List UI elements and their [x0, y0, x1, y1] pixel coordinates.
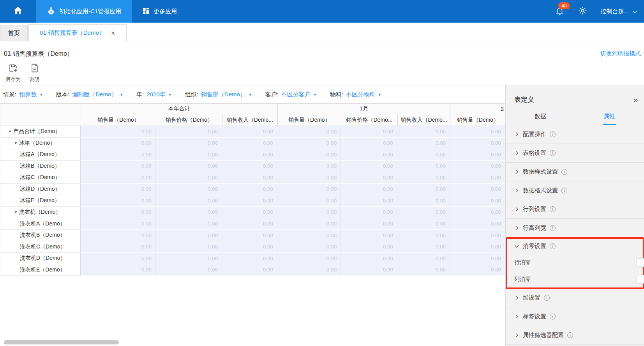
- data-cell[interactable]: 0.00: [222, 264, 277, 276]
- data-cell[interactable]: 0.00: [222, 138, 277, 149]
- data-cell[interactable]: 0.00: [341, 218, 397, 230]
- data-cell[interactable]: 0.00: [81, 126, 156, 138]
- data-cell[interactable]: 0.00: [450, 218, 505, 230]
- data-cell[interactable]: 0.00: [156, 241, 222, 253]
- row-header[interactable]: 洗衣机A（Demo）: [0, 218, 81, 230]
- notifications-button[interactable]: 40: [555, 6, 565, 16]
- data-cell[interactable]: 0.00: [81, 264, 156, 276]
- horizontal-scrollbar[interactable]: [4, 340, 119, 344]
- data-cell[interactable]: 0.00: [81, 207, 156, 218]
- data-cell[interactable]: 0.00: [277, 195, 341, 207]
- panel-section-1[interactable]: 表格设置i: [506, 144, 644, 163]
- data-cell[interactable]: 0.00: [222, 241, 277, 253]
- data-cell[interactable]: 0.00: [81, 241, 156, 253]
- data-cell[interactable]: 0.00: [156, 253, 222, 264]
- data-cell[interactable]: 0.00: [397, 184, 450, 195]
- data-cell[interactable]: 0.00: [450, 184, 505, 195]
- data-cell[interactable]: 0.00: [277, 149, 341, 161]
- data-cell[interactable]: 0.00: [277, 207, 341, 218]
- data-cell[interactable]: 0.00: [450, 207, 505, 218]
- data-cell[interactable]: 0.00: [341, 264, 397, 276]
- save-as-button[interactable]: 另存为: [5, 63, 21, 83]
- data-cell[interactable]: 0.00: [450, 264, 505, 276]
- data-cell[interactable]: 0.00: [81, 149, 156, 161]
- filter-dropdown-0[interactable]: 情景:预算数▼: [3, 91, 43, 98]
- data-cell[interactable]: 0.00: [222, 161, 277, 172]
- data-cell[interactable]: 0.00: [450, 230, 505, 241]
- data-cell[interactable]: 0.00: [222, 230, 277, 241]
- row-header[interactable]: 洗衣机E（Demo）: [0, 264, 81, 276]
- data-cell[interactable]: 0.00: [81, 230, 156, 241]
- data-cell[interactable]: 0.00: [397, 149, 450, 161]
- panel-tab-1[interactable]: 属性: [575, 105, 644, 125]
- description-button[interactable]: 说明: [29, 63, 39, 83]
- data-cell[interactable]: 0.00: [341, 126, 397, 138]
- filter-dropdown-1[interactable]: 版本:编制版（Demo）▼: [56, 91, 123, 98]
- filter-dropdown-3[interactable]: 组织:销售部（Demo）▼: [185, 91, 252, 98]
- row-header[interactable]: ▼产品合计（Demo）: [0, 126, 81, 138]
- data-cell[interactable]: 0.00: [222, 149, 277, 161]
- panel-section-8[interactable]: 标签设置i: [506, 307, 644, 326]
- data-cell[interactable]: 0.00: [450, 138, 505, 149]
- data-cell[interactable]: 0.00: [156, 207, 222, 218]
- data-cell[interactable]: 0.00: [341, 138, 397, 149]
- panel-section-4[interactable]: 行列设置i: [506, 200, 644, 219]
- data-cell[interactable]: 0.00: [222, 126, 277, 138]
- panel-section-3[interactable]: 数据格式设置i: [506, 181, 644, 200]
- data-cell[interactable]: 0.00: [156, 126, 222, 138]
- data-cell[interactable]: 0.00: [277, 218, 341, 230]
- data-cell[interactable]: 0.00: [397, 264, 450, 276]
- data-cell[interactable]: 0.00: [397, 230, 450, 241]
- row-header[interactable]: 冰箱B（Demo）: [0, 161, 81, 172]
- data-cell[interactable]: 0.00: [156, 230, 222, 241]
- data-cell[interactable]: 0.00: [341, 253, 397, 264]
- user-menu[interactable]: 控制台超...: [600, 8, 637, 15]
- data-cell[interactable]: 0.00: [341, 149, 397, 161]
- data-cell[interactable]: 0.00: [277, 253, 341, 264]
- data-cell[interactable]: 0.00: [277, 230, 341, 241]
- filter-dropdown-2[interactable]: 年:2020年▼: [136, 91, 171, 98]
- data-cell[interactable]: 0.00: [450, 241, 505, 253]
- data-cell[interactable]: 0.00: [277, 161, 341, 172]
- more-apps-button[interactable]: 更多应用: [132, 0, 187, 23]
- data-cell[interactable]: 0.00: [397, 172, 450, 184]
- row-header[interactable]: 洗衣机D（Demo）: [0, 253, 81, 264]
- settings-button[interactable]: [578, 6, 587, 17]
- data-cell[interactable]: 0.00: [450, 161, 505, 172]
- data-cell[interactable]: 0.00: [397, 161, 450, 172]
- data-cell[interactable]: 0.00: [156, 172, 222, 184]
- data-cell[interactable]: 0.00: [222, 218, 277, 230]
- data-cell[interactable]: 0.00: [397, 253, 450, 264]
- home-button[interactable]: [0, 0, 36, 23]
- data-cell[interactable]: 0.00: [222, 207, 277, 218]
- data-cell[interactable]: 0.00: [397, 126, 450, 138]
- panel-tab-0[interactable]: 数据: [506, 105, 575, 125]
- data-cell[interactable]: 0.00: [450, 195, 505, 207]
- data-cell[interactable]: 0.00: [397, 241, 450, 253]
- data-cell[interactable]: 0.00: [450, 149, 505, 161]
- data-cell[interactable]: 0.00: [81, 161, 156, 172]
- panel-section-9[interactable]: 属性筛选器配置i: [506, 326, 644, 345]
- row-header[interactable]: 洗衣机B（Demo）: [0, 230, 81, 241]
- data-cell[interactable]: 0.00: [341, 161, 397, 172]
- panel-section-7[interactable]: 维设置i: [506, 289, 644, 307]
- row-header[interactable]: 冰箱E（Demo）: [0, 195, 81, 207]
- tree-expand-icon[interactable]: ▼: [8, 130, 12, 133]
- data-cell[interactable]: 0.00: [81, 195, 156, 207]
- data-cell[interactable]: 0.00: [450, 172, 505, 184]
- switch-mode-link[interactable]: 切换到填报模式: [600, 50, 641, 57]
- tree-expand-icon[interactable]: ▼: [14, 210, 18, 214]
- data-cell[interactable]: 0.00: [156, 138, 222, 149]
- panel-section-2[interactable]: 数据样式设置i: [506, 163, 644, 181]
- data-cell[interactable]: 0.00: [222, 184, 277, 195]
- data-cell[interactable]: 0.00: [81, 184, 156, 195]
- data-cell[interactable]: 0.00: [81, 172, 156, 184]
- row-header[interactable]: 洗衣机C（Demo）: [0, 241, 81, 253]
- data-cell[interactable]: 0.00: [222, 195, 277, 207]
- row-header[interactable]: 冰箱C（Demo）: [0, 172, 81, 184]
- data-cell[interactable]: 0.00: [450, 126, 505, 138]
- data-cell[interactable]: 0.00: [222, 253, 277, 264]
- tab-report[interactable]: 01-销售预算表（Demo） ×: [28, 24, 127, 42]
- data-cell[interactable]: 0.00: [397, 207, 450, 218]
- panel-section-5[interactable]: 行高列宽i: [506, 219, 644, 238]
